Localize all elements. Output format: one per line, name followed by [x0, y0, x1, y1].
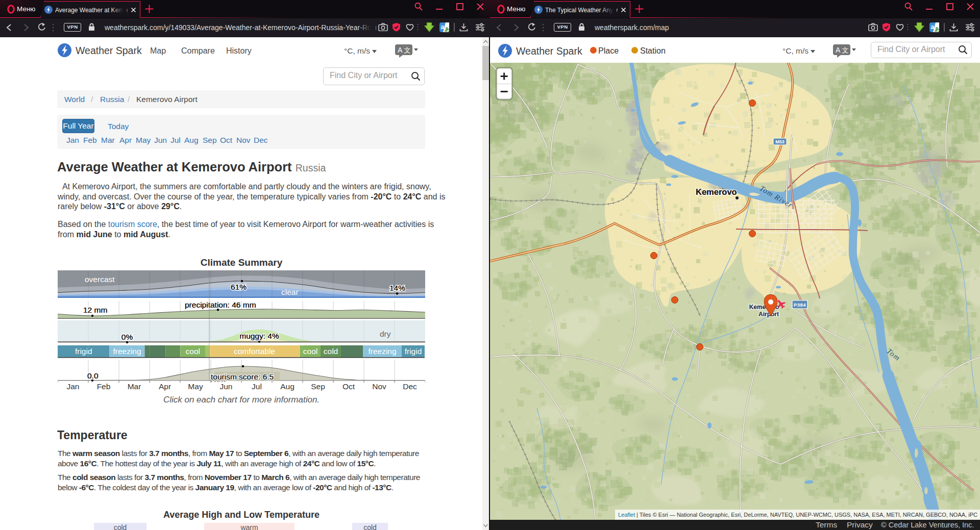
svg-text:Р384: Р384 — [794, 302, 806, 308]
svg-text:61%: 61% — [231, 283, 247, 291]
svg-text:Jun: Jun — [220, 382, 233, 391]
svg-text:May: May — [188, 382, 203, 391]
svg-text:tourism score: 6.5: tourism score: 6.5 — [211, 372, 274, 381]
svg-text:Sep: Sep — [311, 382, 325, 391]
svg-text:Dec: Dec — [403, 382, 417, 391]
svg-text:A: A — [398, 46, 403, 54]
svg-text:cool: cool — [186, 347, 200, 356]
svg-text:Aug: Aug — [280, 382, 295, 391]
svg-text:0.0: 0.0 — [87, 371, 99, 380]
svg-text:Oct: Oct — [342, 382, 355, 391]
svg-text:Feb: Feb — [97, 382, 111, 391]
svg-text:あ: あ — [935, 26, 940, 32]
svg-text:Nov: Nov — [372, 382, 386, 391]
svg-text:freezing: freezing — [113, 347, 141, 356]
svg-text:a: a — [931, 23, 935, 31]
svg-text:precipitation: 46 mm: precipitation: 46 mm — [185, 300, 256, 309]
svg-text:14%: 14% — [389, 284, 405, 292]
svg-text:0%: 0% — [121, 333, 133, 341]
svg-text:dry: dry — [380, 330, 391, 338]
svg-text:Kemerovo: Kemerovo — [696, 187, 737, 196]
svg-text:A: A — [836, 46, 841, 54]
svg-text:あ: あ — [445, 26, 450, 32]
svg-text:frigid: frigid — [75, 347, 92, 356]
svg-text:12 mm: 12 mm — [83, 306, 107, 314]
svg-text:a: a — [441, 23, 445, 31]
svg-text:muggy: 4%: muggy: 4% — [239, 332, 279, 340]
svg-text:文: 文 — [404, 46, 411, 54]
svg-text:Apr: Apr — [159, 382, 171, 391]
svg-text:cool: cool — [303, 347, 317, 356]
svg-text:Jan: Jan — [67, 382, 80, 391]
svg-text:Click on each chart for more i: Click on each chart for more information… — [163, 395, 320, 405]
svg-text:Mar: Mar — [128, 382, 141, 391]
svg-text:overcast: overcast — [85, 275, 115, 284]
svg-text:Jul: Jul — [252, 382, 262, 391]
svg-text:comfortable: comfortable — [234, 347, 275, 356]
svg-text:文: 文 — [842, 46, 849, 54]
svg-text:clear: clear — [281, 288, 299, 296]
svg-text:frigid: frigid — [405, 347, 422, 356]
svg-text:M53: M53 — [775, 139, 785, 144]
svg-text:cold: cold — [324, 347, 338, 356]
svg-text:freezing: freezing — [368, 347, 396, 356]
